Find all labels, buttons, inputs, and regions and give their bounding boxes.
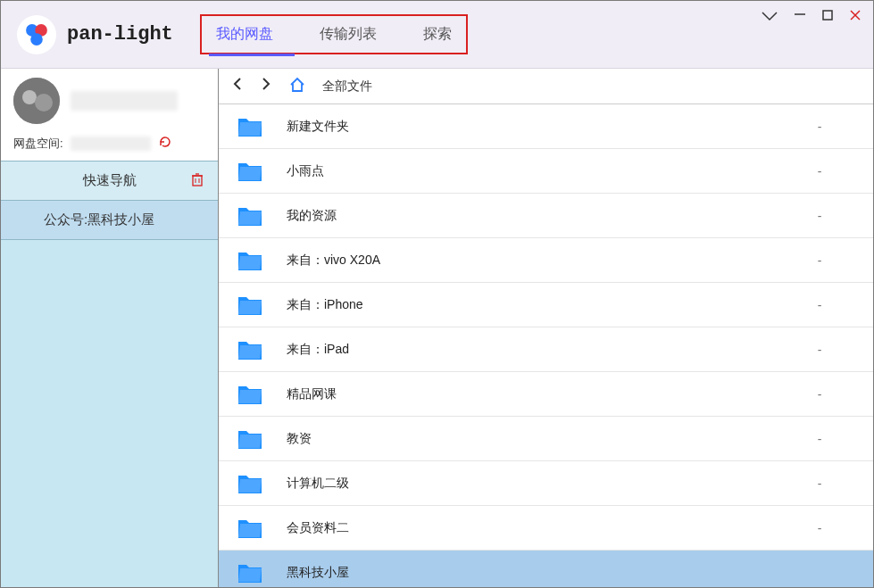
- file-row[interactable]: 来自：vivo X20A-: [219, 238, 873, 283]
- main-area: 网盘空间: 快速导航 公众号: 黑科技小屋: [1, 69, 873, 587]
- breadcrumb-path[interactable]: 全部文件: [322, 79, 372, 95]
- content-area: 全部文件 新建文件夹-小雨点-我的资源-来自：vivo X20A-来自：iPho…: [219, 69, 873, 587]
- file-meta: -: [784, 253, 855, 268]
- logo-area: pan-light: [1, 15, 173, 54]
- tab-transfer[interactable]: 传输列表: [312, 21, 384, 47]
- svg-rect-10: [193, 176, 202, 186]
- file-row[interactable]: 新建文件夹-: [219, 104, 873, 149]
- app-logo-icon: [17, 15, 56, 54]
- svg-point-8: [22, 90, 37, 104]
- breadcrumb-bar: 全部文件: [219, 69, 873, 104]
- folder-icon: [237, 561, 263, 584]
- window-controls: [761, 6, 862, 27]
- home-icon[interactable]: [288, 76, 306, 96]
- tab-active-underline: [209, 54, 295, 56]
- file-row[interactable]: 来自：iPad-: [219, 327, 873, 372]
- svg-rect-4: [823, 11, 832, 20]
- tabs-highlight-box: 我的网盘 传输列表 探索: [200, 14, 468, 54]
- profile-section: 网盘空间:: [1, 69, 218, 161]
- file-name: 来自：iPhone: [287, 297, 784, 313]
- file-name: 我的资源: [287, 208, 784, 224]
- file-name: 小雨点: [287, 163, 784, 179]
- username-hidden: [71, 91, 178, 111]
- avatar[interactable]: [13, 78, 60, 124]
- file-row[interactable]: 小雨点-: [219, 149, 873, 194]
- folder-icon: [237, 115, 263, 138]
- svg-point-9: [35, 94, 53, 112]
- file-name: 精品网课: [287, 386, 784, 402]
- file-row[interactable]: 黑科技小屋: [219, 551, 873, 587]
- nav-public-account-label: 公众号:: [44, 211, 87, 228]
- folder-icon: [237, 517, 263, 540]
- space-label: 网盘空间:: [13, 136, 63, 152]
- app-name: pan-light: [67, 23, 173, 46]
- file-name: 来自：vivo X20A: [287, 253, 784, 269]
- svg-point-2: [30, 33, 43, 46]
- nav-public-account-value: 黑科技小屋: [87, 211, 154, 228]
- refresh-icon[interactable]: [158, 135, 172, 152]
- file-row[interactable]: 会员资料二-: [219, 506, 873, 551]
- file-meta: -: [784, 209, 855, 223]
- nav-public-account[interactable]: 公众号: 黑科技小屋: [1, 201, 218, 240]
- close-button[interactable]: [848, 6, 862, 27]
- file-name: 教资: [287, 431, 784, 447]
- folder-icon: [237, 338, 263, 361]
- dropdown-icon[interactable]: [761, 7, 778, 26]
- folder-icon: [237, 383, 263, 406]
- file-meta: -: [784, 164, 855, 178]
- file-meta: -: [784, 432, 855, 446]
- folder-icon: [237, 472, 263, 495]
- folder-icon: [237, 204, 263, 228]
- folder-icon: [237, 249, 263, 272]
- file-meta: -: [784, 387, 855, 402]
- file-name: 新建文件夹: [287, 119, 784, 135]
- tab-my-disk[interactable]: 我的网盘: [209, 21, 280, 47]
- nav-section: 快速导航 公众号: 黑科技小屋: [1, 161, 218, 240]
- nav-back-button[interactable]: [231, 77, 244, 95]
- file-row[interactable]: 来自：iPhone-: [219, 283, 873, 327]
- file-name: 计算机二级: [287, 476, 784, 492]
- nav-quick-nav-label: 快速导航: [83, 172, 137, 189]
- file-meta: -: [784, 298, 855, 312]
- file-row[interactable]: 教资-: [219, 417, 873, 461]
- minimize-button[interactable]: [793, 7, 807, 26]
- title-bar: pan-light 我的网盘 传输列表 探索: [1, 1, 873, 69]
- tab-explore[interactable]: 探索: [416, 21, 459, 47]
- file-meta: -: [784, 343, 855, 357]
- nav-forward-button[interactable]: [260, 77, 272, 95]
- maximize-button[interactable]: [821, 7, 834, 26]
- trash-icon[interactable]: [189, 171, 205, 190]
- file-name: 会员资料二: [287, 520, 784, 536]
- file-meta: -: [784, 521, 855, 535]
- file-list: 新建文件夹-小雨点-我的资源-来自：vivo X20A-来自：iPhone-来自…: [219, 104, 873, 587]
- folder-icon: [237, 160, 263, 183]
- folder-icon: [237, 294, 263, 317]
- folder-icon: [237, 427, 263, 451]
- file-name: 来自：iPad: [287, 342, 784, 358]
- sidebar: 网盘空间: 快速导航 公众号: 黑科技小屋: [1, 69, 219, 587]
- nav-quick-nav[interactable]: 快速导航: [1, 161, 218, 201]
- file-meta: -: [784, 120, 855, 134]
- file-row[interactable]: 计算机二级-: [219, 461, 873, 506]
- file-name: 黑科技小屋: [287, 565, 784, 581]
- file-row[interactable]: 精品网课-: [219, 372, 873, 417]
- space-value-hidden: [71, 137, 151, 151]
- file-meta: -: [784, 476, 855, 491]
- file-row[interactable]: 我的资源-: [219, 194, 873, 238]
